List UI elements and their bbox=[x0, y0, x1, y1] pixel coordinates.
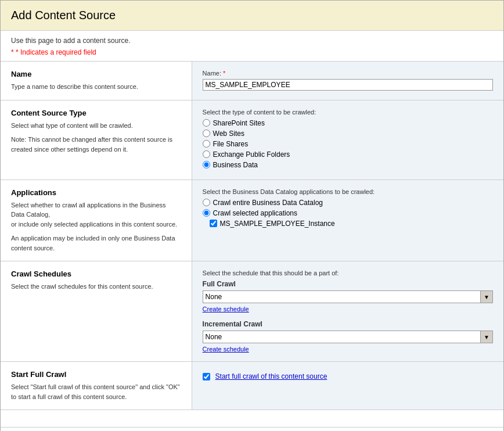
spacer-row bbox=[1, 410, 503, 428]
incremental-crawl-select-wrapper: None ▼ bbox=[203, 331, 493, 343]
crawl-schedules-row: Crawl Schedules Select the crawl schedul… bbox=[1, 261, 503, 362]
page-header: Add Content Source bbox=[1, 1, 503, 31]
page-wrapper: Add Content Source Use this page to add … bbox=[0, 0, 504, 431]
start-full-crawl-desc: Select "Start full crawl of this content… bbox=[11, 382, 181, 401]
start-full-crawl-right: Start full crawl of this content source bbox=[192, 362, 503, 410]
full-crawl-select[interactable]: None bbox=[203, 290, 493, 303]
name-section-row: Name Type a name to describe this conten… bbox=[1, 62, 503, 100]
app-instance-checkbox[interactable] bbox=[210, 220, 217, 227]
page-title: Add Content Source bbox=[11, 9, 493, 22]
radio-crawl-entire: Crawl entire Business Data Catalog bbox=[203, 199, 493, 207]
app-instance-checkbox-item: MS_SAMPLE_EMPLOYEE_Instance bbox=[210, 220, 493, 228]
radio-exchange-public-folders-input[interactable] bbox=[203, 150, 210, 158]
content-source-type-row: Content Source Type Select what type of … bbox=[1, 100, 503, 179]
name-field-label: Name: * bbox=[203, 70, 493, 77]
applications-title: Applications bbox=[11, 188, 181, 197]
name-right: Name: * bbox=[192, 62, 503, 100]
start-full-crawl-checkbox-item: Start full crawl of this content source bbox=[203, 372, 493, 380]
content-source-type-desc1: Select what type of content will be craw… bbox=[11, 121, 181, 131]
name-left: Name Type a name to describe this conten… bbox=[1, 62, 192, 100]
content-source-type-title: Content Source Type bbox=[11, 109, 181, 117]
name-section-desc: Type a name to describe this content sou… bbox=[11, 82, 181, 92]
radio-crawl-selected-input[interactable] bbox=[203, 209, 210, 217]
incremental-crawl-create-schedule-link[interactable]: Create schedule bbox=[203, 346, 249, 353]
content-type-radio-group: SharePoint Sites Web Sites File Shares E… bbox=[203, 119, 493, 169]
applications-right-label: Select the Business Data Catalog applica… bbox=[203, 188, 493, 195]
start-full-crawl-title: Start Full Crawl bbox=[11, 370, 181, 379]
start-full-crawl-left: Start Full Crawl Select "Start full craw… bbox=[1, 362, 192, 410]
name-section-title: Name bbox=[11, 70, 181, 78]
applications-desc1: Select whether to crawl all applications… bbox=[11, 200, 181, 220]
radio-file-shares-input[interactable] bbox=[203, 140, 210, 148]
content-source-type-right: Select the type of content to be crawled… bbox=[192, 100, 503, 179]
radio-sharepoint-sites: SharePoint Sites bbox=[203, 119, 493, 127]
content-source-type-desc2: Note: This cannot be changed after this … bbox=[11, 135, 181, 154]
required-note: * * Indicates a required field bbox=[1, 47, 503, 61]
crawl-schedules-right-label: Select the schedule that this should be … bbox=[203, 270, 493, 276]
content-table: Name Type a name to describe this conten… bbox=[1, 61, 503, 431]
full-crawl-label: Full Crawl bbox=[203, 280, 493, 288]
radio-web-sites-input[interactable] bbox=[203, 130, 210, 137]
full-crawl-select-wrapper: None ▼ bbox=[203, 290, 493, 303]
applications-right: Select the Business Data Catalog applica… bbox=[192, 179, 503, 261]
applications-left: Applications Select whether to crawl all… bbox=[1, 179, 192, 261]
applications-desc3: An application may be included in only o… bbox=[11, 234, 181, 253]
radio-crawl-entire-input[interactable] bbox=[203, 199, 210, 206]
radio-exchange-public-folders: Exchange Public Folders bbox=[203, 150, 493, 159]
applications-row: Applications Select whether to crawl all… bbox=[1, 179, 503, 261]
radio-sharepoint-sites-input[interactable] bbox=[203, 119, 210, 127]
full-crawl-create-schedule-link[interactable]: Create schedule bbox=[203, 306, 249, 313]
crawl-schedules-left: Crawl Schedules Select the crawl schedul… bbox=[1, 261, 192, 362]
crawl-schedules-desc: Select the crawl schedules for this cont… bbox=[11, 282, 181, 292]
start-full-crawl-link[interactable]: Start full crawl of this content source bbox=[215, 372, 327, 380]
footer-buttons: OK Cancel bbox=[1, 428, 503, 431]
applications-desc2: or include only selected applications in… bbox=[11, 220, 181, 229]
incremental-crawl-label: Incremental Crawl bbox=[203, 320, 493, 328]
radio-business-data-input[interactable] bbox=[203, 161, 210, 168]
content-type-right-label: Select the type of content to be crawled… bbox=[203, 109, 493, 116]
start-full-crawl-row: Start Full Crawl Select "Start full craw… bbox=[1, 362, 503, 410]
crawl-schedules-title: Crawl Schedules bbox=[11, 270, 181, 278]
content-source-type-left: Content Source Type Select what type of … bbox=[1, 100, 192, 179]
radio-business-data: Business Data bbox=[203, 161, 493, 169]
radio-file-shares: File Shares bbox=[203, 140, 493, 148]
applications-radio-group: Crawl entire Business Data Catalog Crawl… bbox=[203, 199, 493, 228]
crawl-schedules-right: Select the schedule that this should be … bbox=[192, 261, 503, 362]
incremental-crawl-select[interactable]: None bbox=[203, 331, 493, 343]
footer-row: OK Cancel bbox=[1, 428, 503, 432]
name-input[interactable] bbox=[203, 79, 493, 91]
start-full-crawl-checkbox[interactable] bbox=[203, 373, 210, 380]
radio-crawl-selected: Crawl selected applications bbox=[203, 209, 493, 217]
radio-web-sites: Web Sites bbox=[203, 130, 493, 138]
page-intro: Use this page to add a content source. bbox=[1, 31, 503, 47]
